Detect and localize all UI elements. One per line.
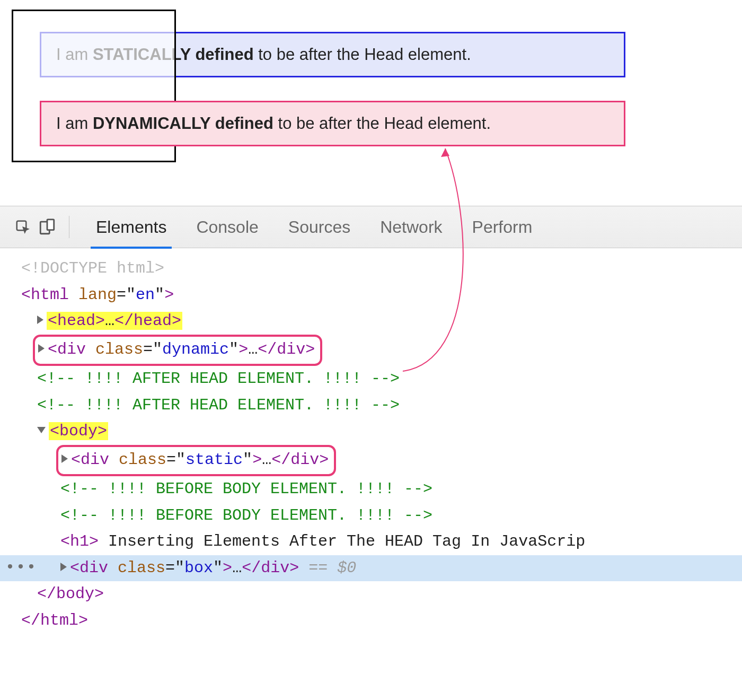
dom-head[interactable]: <head>…</head> (0, 308, 742, 335)
static-banner-text-bold: STATICALLY defined (93, 45, 254, 64)
head-highlight: <head>…</head> (47, 312, 182, 330)
dynamic-banner: I am DYNAMICALLY defined to be after the… (40, 101, 625, 146)
tab-network[interactable]: Network (365, 206, 457, 248)
expand-toggle-icon[interactable] (38, 344, 45, 353)
static-outline: <div class="static">…</div> (56, 445, 336, 477)
svg-rect-2 (47, 220, 54, 230)
dom-static-div[interactable]: <div class="static">…</div> (0, 445, 742, 477)
static-banner-text-post: to be after the Head element. (254, 45, 471, 64)
dynamic-banner-text-post: to be after the Head element. (273, 114, 491, 133)
devtools-tabbar: Elements Console Sources Network Perform (0, 206, 742, 248)
devtools-panel: Elements Console Sources Network Perform… (0, 206, 742, 634)
dom-doctype[interactable]: <!DOCTYPE html> (0, 256, 742, 282)
collapse-toggle-icon[interactable] (37, 427, 46, 433)
dom-comment-afterhead-1[interactable]: <!-- !!!! AFTER HEAD ELEMENT. !!!! --> (0, 366, 742, 392)
expand-toggle-icon[interactable] (60, 563, 67, 571)
body-highlight: <body> (49, 422, 108, 440)
dom-box-div-selected[interactable]: ••• <div class="box">…</div> == $0 (0, 555, 742, 582)
expand-toggle-icon[interactable] (37, 316, 43, 324)
dom-html-open[interactable]: <html lang="en"> (0, 282, 742, 309)
tab-sources[interactable]: Sources (273, 206, 365, 248)
dom-body-open[interactable]: <body> (0, 418, 742, 445)
overflow-dots-icon[interactable]: ••• (5, 555, 37, 582)
tab-performance[interactable]: Perform (457, 206, 547, 248)
page-preview: I am STATICALLY defined to be after the … (0, 0, 742, 170)
dom-body-close[interactable]: </body> (0, 581, 742, 608)
dynamic-banner-text-bold: DYNAMICALLY defined (93, 114, 273, 133)
expand-toggle-icon[interactable] (61, 454, 68, 463)
dom-html-close[interactable]: </html> (0, 608, 742, 634)
device-toggle-icon[interactable] (38, 218, 56, 236)
dom-dynamic-div[interactable]: <div class="dynamic">…</div> (0, 335, 742, 366)
dom-tree[interactable]: <!DOCTYPE html> <html lang="en"> <head>…… (0, 248, 742, 634)
dom-h1[interactable]: <h1> Inserting Elements After The HEAD T… (0, 529, 742, 555)
dom-comment-beforebody-1[interactable]: <!-- !!!! BEFORE BODY ELEMENT. !!!! --> (0, 476, 742, 503)
dynamic-outline: <div class="dynamic">…</div> (33, 335, 322, 366)
tab-console[interactable]: Console (181, 206, 273, 248)
dom-comment-afterhead-2[interactable]: <!-- !!!! AFTER HEAD ELEMENT. !!!! --> (0, 392, 742, 419)
dynamic-banner-text-pre: I am (56, 114, 93, 133)
dom-comment-beforebody-2[interactable]: <!-- !!!! BEFORE BODY ELEMENT. !!!! --> (0, 503, 742, 529)
static-banner: I am STATICALLY defined to be after the … (40, 32, 625, 77)
inspect-icon[interactable] (15, 219, 31, 235)
tabbar-divider (69, 216, 69, 238)
tab-elements[interactable]: Elements (81, 206, 181, 248)
static-banner-text-pre: I am (56, 45, 93, 64)
